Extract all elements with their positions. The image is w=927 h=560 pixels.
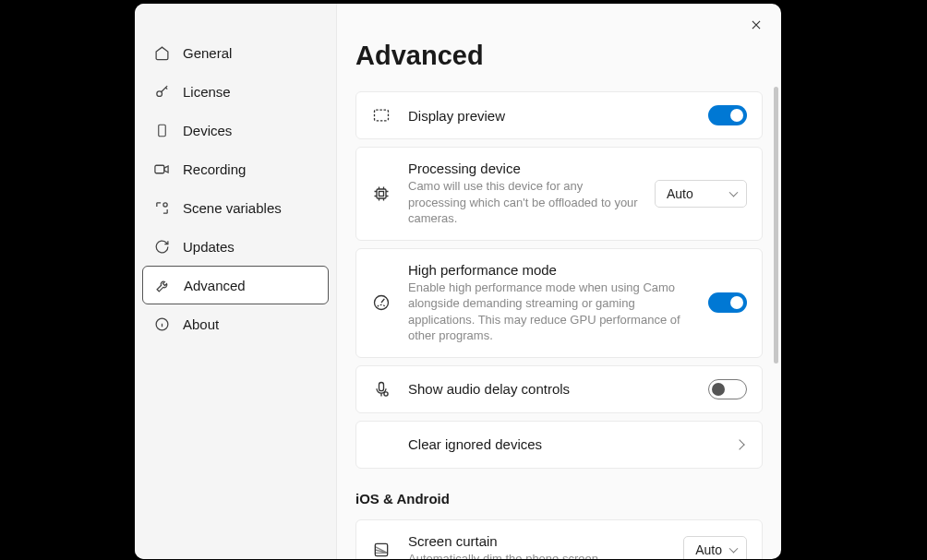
setting-clear-ignored[interactable]: Clear ignored devices [355, 421, 763, 469]
svg-rect-7 [379, 191, 384, 196]
sidebar: General License Devices Recording Scene … [135, 4, 337, 559]
setting-desc: Enable high performance mode when using … [408, 280, 692, 344]
preview-icon [371, 105, 391, 125]
settings-window: General License Devices Recording Scene … [135, 4, 781, 559]
section-title-mobile: iOS & Android [355, 491, 763, 506]
svg-rect-2 [155, 165, 164, 173]
sidebar-item-recording[interactable]: Recording [142, 149, 329, 188]
sidebar-item-advanced[interactable]: Advanced [142, 266, 329, 304]
sidebar-item-label: About [183, 316, 219, 332]
close-icon [750, 18, 763, 31]
sidebar-item-label: Recording [183, 161, 246, 177]
content-pane: Advanced Display preview Processing devi… [337, 4, 781, 559]
wrench-icon [154, 277, 171, 293]
setting-title: Show audio delay controls [408, 381, 692, 397]
setting-audio-delay: Show audio delay controls [355, 365, 763, 413]
sidebar-item-devices[interactable]: Devices [142, 111, 329, 149]
svg-point-10 [384, 392, 388, 396]
setting-title: Display preview [408, 108, 692, 124]
close-button[interactable] [744, 13, 768, 37]
setting-title: Screen curtain [408, 533, 667, 549]
content-scroll[interactable]: Advanced Display preview Processing devi… [337, 4, 781, 559]
home-icon [153, 44, 170, 61]
cpu-icon [371, 184, 391, 204]
refresh-icon [153, 238, 170, 255]
svg-rect-1 [158, 125, 165, 137]
sidebar-item-label: General [183, 45, 232, 61]
screen-curtain-select[interactable]: Auto [683, 536, 747, 559]
setting-desc: Automatically dim the phone screen [408, 551, 667, 559]
sidebar-item-about[interactable]: About [142, 304, 329, 343]
phone-icon [153, 122, 170, 138]
svg-rect-5 [375, 110, 389, 121]
high-performance-toggle[interactable] [708, 292, 747, 313]
setting-title: High performance mode [408, 262, 692, 278]
display-preview-toggle[interactable] [708, 105, 747, 125]
svg-point-0 [156, 90, 162, 96]
audio-delay-toggle[interactable] [708, 379, 747, 399]
svg-rect-6 [377, 189, 386, 198]
setting-high-performance: High performance mode Enable high perfor… [355, 248, 763, 358]
setting-display-preview: Display preview [355, 91, 763, 139]
setting-desc: Camo will use this device for any proces… [408, 178, 638, 227]
mic-gear-icon [371, 379, 391, 399]
sidebar-item-label: Scene variables [183, 200, 282, 216]
sidebar-item-license[interactable]: License [142, 72, 329, 111]
page-title: Advanced [355, 41, 763, 71]
sidebar-item-label: Advanced [184, 278, 246, 293]
curtain-icon [371, 540, 391, 559]
info-icon [153, 316, 170, 332]
sidebar-item-updates[interactable]: Updates [142, 227, 329, 266]
svg-rect-9 [379, 382, 384, 390]
svg-point-3 [163, 202, 166, 206]
gauge-icon [371, 292, 391, 313]
chevron-right-icon [734, 439, 744, 449]
setting-title: Processing device [408, 161, 638, 176]
sidebar-item-label: License [183, 84, 231, 100]
key-icon [153, 83, 170, 100]
sidebar-item-label: Updates [183, 239, 235, 255]
setting-title: Clear ignored devices [408, 436, 719, 452]
processing-device-select[interactable]: Auto [655, 180, 747, 208]
setting-processing-device: Processing device Camo will use this dev… [355, 147, 763, 241]
variables-icon [153, 199, 170, 216]
scrollbar-thumb[interactable] [774, 87, 778, 363]
setting-screen-curtain: Screen curtain Automatically dim the pho… [355, 519, 763, 559]
sidebar-item-general[interactable]: General [142, 33, 329, 72]
select-value: Auto [667, 186, 693, 201]
camera-icon [153, 161, 170, 177]
sidebar-item-label: Devices [183, 123, 232, 138]
sidebar-item-scene-variables[interactable]: Scene variables [142, 188, 329, 227]
scrollbar[interactable] [774, 87, 778, 511]
select-value: Auto [695, 542, 722, 557]
